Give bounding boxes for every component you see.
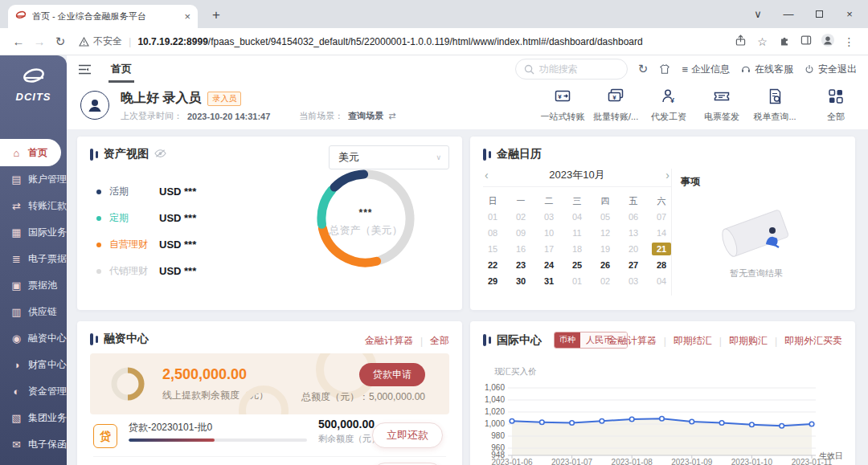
sidebar-item-ebill[interactable]: ≣电子票据	[0, 246, 67, 272]
share-icon[interactable]	[730, 34, 751, 50]
intl-link-finance-calculator[interactable]: 金融计算器	[608, 334, 657, 348]
calendar-day[interactable]: 04	[652, 275, 671, 288]
calendar-day[interactable]: 03	[539, 210, 559, 223]
calendar-day[interactable]: 05	[596, 210, 615, 223]
menu-fold-icon[interactable]	[78, 63, 92, 75]
bookmark-star-icon[interactable]: ☆	[751, 35, 773, 48]
user-avatar[interactable]	[80, 91, 109, 120]
sidebar-item-financing[interactable]: ◉融资中心	[0, 325, 67, 352]
calendar-day[interactable]: 01	[483, 210, 502, 223]
calendar-day[interactable]: 27	[624, 259, 643, 271]
calendar-day-today[interactable]: 21	[652, 243, 671, 255]
calendar-day[interactable]: 12	[596, 226, 615, 239]
sidebar-item-group[interactable]: ▧集团业务	[0, 405, 67, 431]
quick-action-ebill-issue[interactable]: 电票签发	[699, 87, 744, 123]
enterprise-info-link[interactable]: ≡企业信息	[682, 63, 730, 76]
online-service-link[interactable]: 在线客服	[740, 63, 793, 76]
calendar-day[interactable]: 06	[624, 210, 643, 223]
sidebar-item-supply-chain[interactable]: ▥供应链	[0, 299, 67, 325]
calendar-day[interactable]: 07	[652, 210, 671, 223]
calendar-day[interactable]: 30	[511, 275, 530, 288]
sidebar-item-label: 电子保函	[28, 438, 67, 451]
side-panel-icon[interactable]	[795, 34, 817, 49]
calendar-day[interactable]: 25	[567, 259, 587, 271]
calendar-day[interactable]: 19	[596, 243, 615, 255]
url-text[interactable]: 10.7.19.22:8999/fpaas_bucket/94154032_de…	[137, 36, 730, 47]
back-icon[interactable]: ←	[8, 35, 29, 48]
theme-skin-icon[interactable]	[658, 63, 671, 75]
window-minimize-button[interactable]: —	[773, 8, 804, 20]
extensions-puzzle-icon[interactable]	[773, 34, 795, 49]
profile-avatar[interactable]	[817, 33, 838, 50]
calendar-day[interactable]: 08	[483, 226, 502, 239]
forward-icon[interactable]: →	[29, 35, 50, 48]
calendar-day[interactable]: 02	[596, 275, 615, 288]
calendar-day[interactable]: 11	[567, 226, 587, 239]
calendar-day[interactable]: 09	[511, 226, 530, 239]
quick-action-label: 电票签发	[699, 111, 744, 123]
sidebar-item-guarantee[interactable]: ✉电子保函	[0, 431, 67, 458]
window-restore-button[interactable]	[804, 8, 834, 20]
total-assets-value: ***	[313, 207, 418, 218]
visibility-toggle-icon[interactable]	[154, 147, 166, 161]
calendar-day[interactable]: 02	[511, 210, 530, 223]
reload-icon[interactable]: ↻	[50, 35, 71, 49]
window-chevron-icon[interactable]: ∨	[743, 8, 773, 20]
intl-link-spot-settlement[interactable]: 即期结汇	[674, 334, 712, 348]
security-chip[interactable]: 不安全	[79, 35, 122, 48]
calendar-day[interactable]: 28	[652, 259, 671, 271]
quick-action-all[interactable]: 全部	[813, 87, 858, 123]
calendar-day[interactable]: 15	[483, 243, 502, 255]
calendar-day[interactable]: 31	[539, 275, 559, 288]
intl-link-spot-purchase[interactable]: 即期购汇	[729, 334, 768, 348]
card-title-bars-icon	[90, 149, 98, 161]
legend-dot	[96, 269, 101, 274]
calendar-day[interactable]: 23	[511, 259, 530, 271]
calendar-day[interactable]: 16	[511, 243, 530, 255]
refresh-icon[interactable]: ↻	[638, 62, 649, 76]
calendar-day[interactable]: 04	[567, 210, 587, 223]
scene-switch-icon[interactable]: ⇄	[388, 111, 395, 121]
new-tab-button[interactable]: +	[206, 5, 227, 26]
calendar-day[interactable]: 29	[483, 275, 502, 288]
next-month-icon[interactable]: ›	[665, 167, 669, 183]
sidebar-item-international[interactable]: ▦国际业务	[0, 219, 67, 246]
sidebar-item-bill-pool[interactable]: ▣票据池	[0, 272, 67, 299]
financing-link-all[interactable]: 全部	[430, 334, 449, 348]
calendar-day[interactable]: 14	[652, 226, 671, 239]
sidebar-item-transfer[interactable]: ⇄转账汇款	[0, 193, 67, 219]
calendar-day[interactable]: 24	[539, 259, 559, 271]
sidebar-item-accounts[interactable]: ▤账户管理	[0, 166, 67, 193]
loan-apply-button[interactable]: 贷款申请	[359, 363, 425, 386]
quick-action-one-stop-transfer[interactable]: ¥一站式转账	[540, 87, 585, 123]
calendar-day[interactable]: 17	[539, 243, 559, 255]
function-search[interactable]	[515, 59, 628, 80]
tab-home[interactable]: 首页	[111, 55, 132, 83]
calendar-day[interactable]: 20	[624, 243, 643, 255]
repay-now-button[interactable]: 立即还款	[372, 422, 443, 448]
calendar-day[interactable]: 10	[539, 226, 559, 239]
financing-link-finance-calculator[interactable]: 金融计算器	[365, 334, 413, 348]
svg-text:1,060: 1,060	[485, 383, 505, 392]
browser-menu-icon[interactable]: ⋮	[838, 35, 860, 48]
tab-close-icon[interactable]: ×	[184, 10, 190, 22]
window-close-button[interactable]: ×	[834, 8, 865, 20]
calendar-day[interactable]: 03	[624, 275, 643, 288]
sidebar-item-wealth[interactable]: ◑财富中心	[0, 352, 67, 378]
calendar-day[interactable]: 18	[567, 243, 587, 255]
intl-link-spot-fx-trade[interactable]: 即期外汇买卖	[784, 334, 842, 348]
browser-tab[interactable]: 首页 - 企业综合金融服务平台 ×	[8, 5, 198, 28]
quick-action-salary[interactable]: ¥代发工资	[646, 87, 691, 123]
calendar-day[interactable]: 26	[596, 259, 615, 271]
calendar-day[interactable]: 22	[483, 259, 502, 271]
sidebar-item-funds[interactable]: ◐资金管理	[0, 378, 67, 405]
search-input[interactable]	[539, 63, 616, 75]
transfer-icon: ⇄	[10, 200, 23, 212]
calendar-day[interactable]: 13	[624, 226, 643, 239]
quick-action-tax-query[interactable]: 税单查询...	[752, 87, 797, 123]
svg-text:¥: ¥	[558, 93, 562, 100]
safe-exit-link[interactable]: 安全退出	[804, 63, 857, 76]
quick-action-batch-transfer[interactable]: ¥批量转账/...	[593, 87, 638, 123]
calendar-day[interactable]: 01	[567, 275, 587, 288]
sidebar-item-home[interactable]: ⌂首页	[0, 139, 61, 166]
